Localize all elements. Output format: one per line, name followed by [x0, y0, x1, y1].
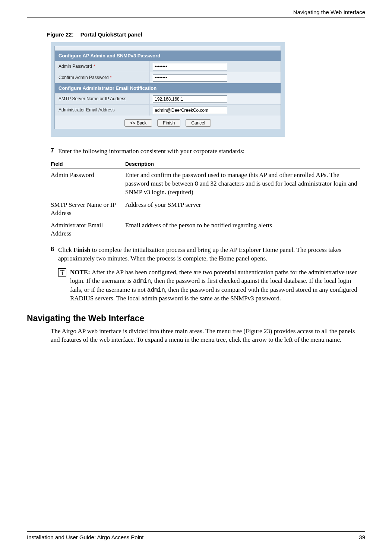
step-text: Click Finish to complete the initializat…: [58, 246, 361, 263]
table-row: Admin Password Enter and confirm the pas…: [51, 168, 360, 198]
info-icon: i: [58, 268, 66, 277]
header-rule: [27, 18, 365, 18]
figure-caption: Figure 22:Portal QuickStart panel: [47, 31, 365, 38]
panel-section-header-email: Configure Administrator Email Notificati…: [55, 83, 281, 93]
required-marker-icon: *: [93, 64, 95, 69]
table-header-description: Description: [125, 161, 360, 167]
admin-password-field[interactable]: [153, 63, 227, 70]
body-paragraph: The Airgo AP web interface is divided in…: [51, 327, 361, 344]
step-number: 8: [51, 246, 58, 263]
section-heading: Navigating the Web Interface: [27, 313, 365, 323]
label-confirm-admin-password: Confirm Admin Password *: [55, 72, 150, 83]
label-admin-password: Admin Password *: [55, 61, 150, 72]
quickstart-panel: Configure AP Admin and SNMPv3 Password A…: [51, 42, 285, 137]
figure-title: Portal QuickStart panel: [80, 31, 142, 38]
field-description-table: Field Description Admin Password Enter a…: [51, 161, 360, 239]
table-cell: Admin Password: [51, 171, 125, 197]
label-smtp-server: SMTP Server Name or IP Address: [55, 94, 150, 104]
table-cell: Email address of the person to be notifi…: [125, 221, 360, 238]
label-admin-email: Administrator Email Address: [55, 105, 150, 116]
table-cell: SMTP Server Name or IP Address: [51, 201, 125, 217]
cancel-button[interactable]: Cancel: [186, 119, 211, 127]
figure-label: Figure 22:: [47, 31, 74, 38]
table-header-field: Field: [51, 161, 125, 167]
running-header: Navigating the Web Interface: [27, 9, 365, 18]
note-text: NOTE: After the AP has been configured, …: [70, 268, 361, 303]
step-number: 7: [51, 147, 58, 156]
footer-page-number: 39: [359, 534, 365, 540]
confirm-admin-password-field[interactable]: [153, 74, 227, 82]
required-marker-icon: *: [110, 75, 112, 80]
step-text: Enter the following information consiste…: [58, 147, 361, 156]
table-cell: Administrator Email Address: [51, 221, 125, 238]
back-button[interactable]: << Back: [124, 119, 152, 127]
admin-email-field[interactable]: [153, 107, 227, 114]
footer-left: Installation and User Guide: Airgo Acces…: [27, 534, 144, 540]
table-row: SMTP Server Name or IP Address Address o…: [51, 198, 360, 219]
smtp-server-field[interactable]: [153, 95, 227, 103]
panel-section-header-password: Configure AP Admin and SNMPv3 Password: [55, 51, 281, 61]
table-cell: Address of your SMTP server: [125, 201, 360, 217]
finish-button[interactable]: Finish: [157, 119, 180, 127]
table-cell: Enter and confirm the password used to m…: [125, 171, 360, 197]
table-row: Administrator Email Address Email addres…: [51, 219, 360, 239]
